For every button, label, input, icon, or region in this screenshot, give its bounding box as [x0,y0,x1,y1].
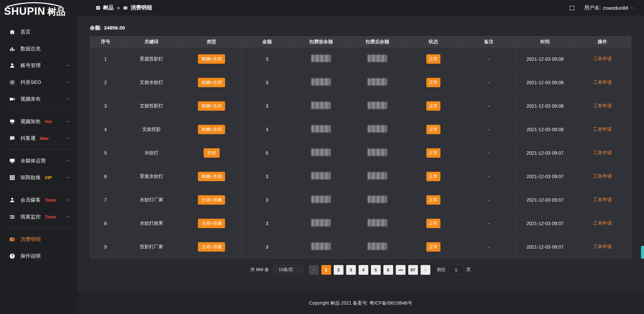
cell-status: 正常 [406,141,461,165]
sidebar-item-data-overview[interactable]: 数据总览 [0,40,77,57]
cell-type: 前缀+主词 [182,118,241,141]
app-logo[interactable]: SHUPIN树品 [0,0,77,21]
column-header: 序号 [90,37,121,47]
type-badge: 主词+后缀 [198,195,225,205]
copyright-text: Copyright 树品 2021 备案号: 粤ICP备09019646号 [309,300,412,306]
cell-remark: - [461,141,517,165]
cell-type: 前缀+主词 [182,165,241,188]
table-body: 1景观投影灯前缀+主词3正常-2021-12-03 09:08工单申请2文旅水纹… [90,47,631,259]
cell-status: 正常 [406,118,461,141]
sidebar-item-matrix-boost[interactable]: 矩阵助推VIP [0,169,77,186]
masked-value [368,125,387,133]
cell-remark: - [461,118,517,141]
cell-balance-after [349,141,406,165]
more-pages-button[interactable]: ••• [396,265,406,275]
work-order-link[interactable]: 工单申请 [593,126,612,132]
sidebar-item-badge: Tools [45,214,56,219]
type-badge: 前缀+主词 [198,125,225,134]
table-row: 7水纹灯厂家主词+后缀3正常-2021-12-03 09:07工单申请 [90,188,631,212]
fullscreen-icon[interactable] [569,5,575,11]
floating-widget[interactable] [641,246,644,259]
sidebar-item-label: 全媒体运营 [20,158,46,164]
cell-index: 1 [90,47,121,71]
breadcrumb-home[interactable]: 树品 [96,4,114,11]
page-button-97[interactable]: 97 [408,265,418,275]
gear-icon [9,79,15,86]
page-button-3[interactable]: 3 [346,265,356,275]
sidebar-item-operation-guide[interactable]: ?操作说明 [0,248,77,264]
status-badge: 正常 [426,101,440,111]
cell-index: 8 [90,212,121,235]
type-badge: 主词+后缀 [198,242,225,252]
home-icon [9,29,15,35]
consume-table: 序号关键词类型金额扣费前余额扣费后余额状态备注时间操作 1景观投影灯前缀+主词3… [90,36,631,259]
cell-remark: - [461,165,517,188]
chevron-down-icon [66,136,70,140]
cell-index: 6 [90,165,121,188]
status-badge: 正常 [426,54,440,64]
work-order-link[interactable]: 工单申请 [593,150,612,155]
work-order-link[interactable]: 工单申请 [593,56,612,61]
prev-page-button[interactable] [309,265,319,275]
sliders-icon [9,214,15,220]
cell-keyword: 文旅投影 [121,118,182,141]
sidebar-item-member-baoke[interactable]: 会员爆客Tools [0,192,77,208]
sidebar-item-douyin-seo[interactable]: 抖音SEO [0,74,77,91]
cell-balance-after [349,165,406,188]
chevron-down-icon [630,6,634,10]
column-header: 类型 [182,37,241,47]
cell-balance-after [349,212,406,235]
chevron-down-icon [297,268,300,271]
app-root: SHUPIN树品 首页数据总览账号管理抖音SEO视频发布视频加热Hot抖客通Ne… [0,0,644,314]
sidebar-item-consume-detail[interactable]: 消费明细 [0,231,77,248]
page-button-4[interactable]: 4 [359,265,368,275]
cell-type: 主词+后缀 [182,188,241,212]
cell-amount: 3 [241,94,293,118]
cell-time: 2021-12-03 09:07 [517,212,574,235]
sidebar-item-video-heat[interactable]: 视频加热Hot [0,113,77,130]
cell-amount: 6 [241,141,293,165]
sidebar-item-all-media[interactable]: 全媒体运营 [0,152,77,169]
cell-remark: - [461,94,517,118]
sidebar-item-home[interactable]: 首页 [0,23,77,40]
work-order-link[interactable]: 工单申请 [593,103,612,108]
page-size-value: 10条/页 [278,267,293,273]
sidebar-item-video-publish[interactable]: 视频发布 [0,91,77,107]
cell-balance-before [293,94,349,118]
work-order-link[interactable]: 工单申请 [593,80,612,85]
sidebar-item-label: 数据总览 [20,46,41,52]
user-dropdown[interactable]: 用户名: zswodun88 [584,5,634,11]
balance-label: 余额: [90,25,102,31]
sidebar-item-clue-monitor[interactable]: 线索监控Tools [0,208,77,225]
page-size-select[interactable]: 10条/页 [273,265,303,275]
page-button-2[interactable]: 2 [334,265,343,275]
work-order-link[interactable]: 工单申请 [593,220,612,226]
goto-page-input[interactable] [448,265,464,274]
page-button-1[interactable]: 1 [321,265,331,275]
cell-status: 正常 [406,188,461,212]
cell-type: 前缀+主词 [182,94,241,118]
masked-value [311,102,331,109]
cell-time: 2021-12-03 09:07 [517,165,574,188]
cell-remark: - [461,212,517,235]
sidebar-divider [5,149,72,150]
cell-time: 2021-12-03 09:07 [517,188,574,212]
breadcrumb: 树品 > 消费明细 [96,4,152,11]
balance: 余额:24856.00 [90,25,631,31]
next-page-button[interactable] [421,265,430,275]
page-button-6[interactable]: 6 [383,265,393,275]
cell-balance-before [293,235,349,259]
page-buttons: 123456•••97 [321,265,418,275]
work-order-link[interactable]: 工单申请 [593,244,612,249]
sidebar-item-douketong[interactable]: 抖客通New [0,130,77,147]
type-badge: 前缀+主词 [198,172,225,181]
cell-amount: 3 [241,165,293,188]
sidebar-item-account-manage[interactable]: 账号管理 [0,57,77,74]
wallet-icon [123,5,128,10]
work-order-link[interactable]: 工单申请 [593,197,612,202]
cell-amount: 3 [241,235,293,259]
page-button-5[interactable]: 5 [371,265,381,275]
work-order-link[interactable]: 工单申请 [593,173,612,179]
content-area: 余额:24856.00 序号关键词类型金额扣费前余额扣费后余额状态备注时间操作 … [77,16,644,292]
cell-remark: - [461,47,517,71]
